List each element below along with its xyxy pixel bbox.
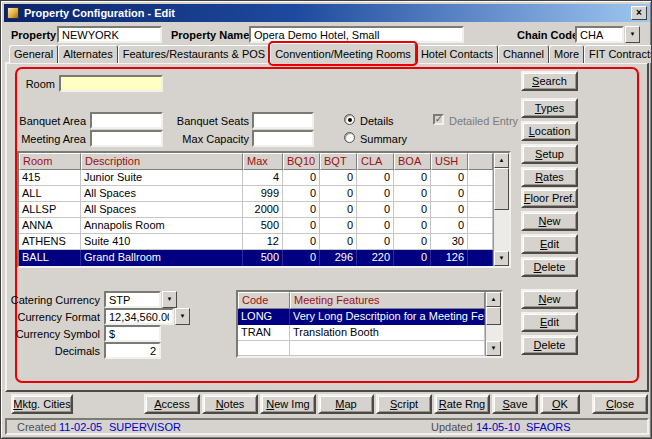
updated-by: SFAORS <box>526 421 571 433</box>
scroll-down-button[interactable]: ▼ <box>494 251 509 266</box>
max-capacity-input[interactable] <box>252 130 314 147</box>
scroll-thumb[interactable] <box>494 168 509 210</box>
script-button[interactable]: Script <box>376 394 432 414</box>
features-delete-button[interactable]: Delete <box>521 335 578 355</box>
rooms-edit-button[interactable]: Edit <box>521 234 578 254</box>
room-input[interactable] <box>59 75 163 92</box>
banquet-seats-input[interactable] <box>252 112 314 129</box>
new-img-button[interactable]: New Img <box>260 394 316 414</box>
cell-ush: 0 <box>431 186 468 202</box>
floor-pref-button[interactable]: Floor Pref. <box>521 188 578 208</box>
currency-symbol-input[interactable] <box>104 325 161 342</box>
features-table-row-selected[interactable]: LONG Very Long Descritpion for a Meeting… <box>238 309 485 325</box>
rooms-table-row[interactable]: ATHENS Suite 410 12 0 0 0 0 30 <box>19 234 493 250</box>
features-edit-button[interactable]: Edit <box>521 312 578 332</box>
cell-boa: 0 <box>394 218 431 234</box>
cell-room: ANNA <box>19 218 81 234</box>
currency-format-lov-button[interactable]: ▼ <box>175 308 190 325</box>
check-icon: ✓ <box>435 114 443 124</box>
rooms-table-row[interactable]: ALLSP All Spaces 2000 0 0 0 0 0 <box>19 202 493 218</box>
banquet-area-input[interactable] <box>90 112 163 129</box>
save-button[interactable]: Save <box>492 394 538 414</box>
cell-description: Junior Suite <box>81 170 243 186</box>
search-button[interactable]: Search <box>521 71 578 91</box>
column-header-code[interactable]: Code <box>238 292 290 309</box>
rooms-table-scrollbar[interactable]: ▲ ▼ <box>493 153 509 266</box>
cell-cla: 0 <box>357 170 394 186</box>
setup-button[interactable]: Setup <box>521 144 578 164</box>
property-input[interactable] <box>57 26 162 43</box>
list-arrow-icon: ▼ <box>180 313 186 319</box>
column-header-boa[interactable]: BOA <box>394 153 431 170</box>
details-radio[interactable] <box>344 114 355 125</box>
rate-rng-button[interactable]: Rate Rng <box>434 394 490 414</box>
rooms-table-row[interactable]: ALL All Spaces 999 0 0 0 0 0 <box>19 186 493 202</box>
column-header-description[interactable]: Description <box>81 153 243 170</box>
tab-fit-contracts[interactable]: FIT Contracts <box>584 45 652 63</box>
cell-filler <box>468 170 493 186</box>
cell-boa: 0 <box>394 170 431 186</box>
access-button[interactable]: Access <box>144 394 200 414</box>
decimals-input[interactable] <box>104 342 161 359</box>
map-button[interactable]: Map <box>318 394 374 414</box>
rooms-new-button[interactable]: New <box>521 211 578 231</box>
property-name-input[interactable] <box>249 26 464 43</box>
column-header-cla[interactable]: CLA <box>357 153 394 170</box>
chain-code-input[interactable] <box>575 26 624 43</box>
list-arrow-icon: ▼ <box>167 296 173 302</box>
column-header-max[interactable]: Max <box>243 153 283 170</box>
window-title: Property Configuration - Edit <box>24 7 175 19</box>
meeting-features-table: Code Meeting Features LONG Very Long Des… <box>236 290 503 358</box>
max-capacity-label: Max Capacity <box>175 133 249 145</box>
rates-button[interactable]: Rates <box>521 167 578 187</box>
column-header-meeting-features[interactable]: Meeting Features <box>290 292 485 309</box>
types-button[interactable]: Types <box>521 98 578 118</box>
ok-button[interactable]: OK <box>540 394 580 414</box>
tab-alternates[interactable]: Alternates <box>58 45 118 63</box>
mktg-cities-button[interactable]: Mktg. Cities <box>11 394 73 414</box>
rooms-table-row[interactable]: 415 Junior Suite 4 0 0 0 0 0 <box>19 170 493 186</box>
cell-cla: 0 <box>357 202 394 218</box>
scroll-up-button[interactable]: ▲ <box>494 153 509 168</box>
notes-button[interactable]: Notes <box>202 394 258 414</box>
rooms-table-row[interactable]: ANNA Annapolis Room 500 0 0 0 0 0 <box>19 218 493 234</box>
column-header-ush[interactable]: USH <box>431 153 468 170</box>
tab-more[interactable]: More <box>549 45 584 63</box>
currency-format-input[interactable] <box>104 308 174 325</box>
status-bar: Created 11-02-05 SUPERVISOR Updated 14-0… <box>5 418 649 435</box>
tab-general[interactable]: General <box>9 45 58 63</box>
features-new-button[interactable]: New <box>521 289 578 309</box>
detailed-entry-checkbox[interactable]: ✓ <box>433 114 444 125</box>
title-bar[interactable]: Property Configuration - Edit × <box>4 4 650 22</box>
features-table-scrollbar[interactable]: ▲ ▼ <box>485 292 501 356</box>
tab-channel[interactable]: Channel <box>498 45 549 63</box>
currency-symbol-label: Currency Symbol <box>5 328 100 340</box>
features-table-row[interactable]: TRAN Translation Booth <box>238 325 485 341</box>
meeting-area-input[interactable] <box>90 130 163 147</box>
rooms-table-row-selected[interactable]: BALL Grand Ballroom 500 0 296 220 0 126 <box>19 250 493 266</box>
tab-convention-meeting-rooms[interactable]: Convention/Meeting Rooms <box>270 43 416 64</box>
chain-code-lov-button[interactable]: ▼ <box>625 26 640 43</box>
radio-dot-icon <box>348 118 352 122</box>
column-header-bqt[interactable]: BQT <box>320 153 357 170</box>
close-window-button[interactable]: Close <box>592 394 648 414</box>
tab-hotel-contacts[interactable]: Hotel Contacts <box>416 45 498 63</box>
cell-boa: 0 <box>394 234 431 250</box>
cell-bqt: 296 <box>320 250 357 266</box>
scroll-down-button[interactable]: ▼ <box>486 341 501 356</box>
close-button[interactable]: × <box>631 6 647 20</box>
column-header-room[interactable]: Room <box>19 153 81 170</box>
location-button[interactable]: Location <box>521 121 578 141</box>
scroll-up-button[interactable]: ▲ <box>486 292 501 307</box>
cell-bqt: 0 <box>320 170 357 186</box>
cell-bqt: 0 <box>320 186 357 202</box>
catering-currency-input[interactable] <box>104 291 161 308</box>
tab-features-restaurants-pos[interactable]: Features/Restaurants & POS <box>118 45 270 63</box>
catering-currency-lov-button[interactable]: ▼ <box>162 291 177 308</box>
rooms-delete-button[interactable]: Delete <box>521 257 578 277</box>
cell-boa: 0 <box>394 186 431 202</box>
summary-radio[interactable] <box>344 132 355 143</box>
cell-max: 500 <box>243 218 283 234</box>
column-header-bq10[interactable]: BQ10 <box>283 153 320 170</box>
scroll-thumb[interactable] <box>486 307 501 325</box>
